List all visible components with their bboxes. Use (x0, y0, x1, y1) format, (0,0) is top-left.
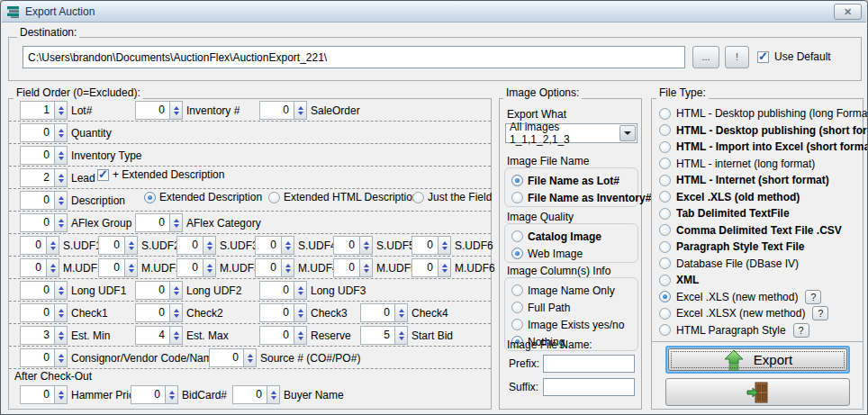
spinner-lot[interactable]: 1 (20, 101, 68, 120)
spinner-buttons[interactable] (54, 385, 68, 404)
spinner-buttons[interactable] (54, 191, 68, 210)
spinner-check1[interactable]: 0 (20, 303, 68, 322)
suffix-input[interactable] (543, 378, 635, 396)
spinner-est-max[interactable]: 4 (135, 326, 183, 345)
file-type-html-paragraph-style[interactable]: HTML Paragraph Style? (659, 322, 859, 339)
spinner-value[interactable]: 0 (411, 236, 438, 255)
spinner-buttons[interactable] (294, 101, 307, 120)
radio-excel-xls-old-method[interactable] (659, 191, 671, 203)
spinner-aflex-category[interactable]: 0 (135, 213, 183, 232)
spinner-buttons[interactable] (46, 258, 59, 277)
radio-comma-delimited-text-file-csv[interactable] (659, 224, 671, 236)
file-type-html-internet-short-format[interactable]: HTML - Internet (short format) (659, 172, 859, 189)
spinner-long-udf2[interactable]: 0 (135, 281, 183, 300)
spinner-buttons[interactable] (54, 213, 68, 232)
spinner-value[interactable]: 0 (98, 258, 124, 277)
radio-html-import-into-excel-short-format[interactable] (659, 141, 671, 153)
spinner-buttons[interactable] (54, 168, 68, 187)
spinner-start-bid[interactable]: 5 (360, 326, 408, 345)
spinner-buttons[interactable] (54, 123, 68, 142)
spinner-buttons[interactable] (438, 236, 451, 255)
spinner-check2[interactable]: 0 (135, 303, 183, 322)
radio-file-name-as-inventory[interactable] (511, 192, 523, 203)
spinner-buttons[interactable] (54, 303, 68, 322)
radio-excel-xls-new-method[interactable] (659, 291, 671, 302)
spinner-inventory[interactable]: 0 (135, 101, 183, 120)
spinner-buttons[interactable] (394, 303, 408, 322)
spinner-value[interactable]: 0 (20, 258, 46, 277)
spinner-value[interactable]: 0 (411, 258, 438, 277)
spinner-s-udf5[interactable]: 0 (333, 236, 373, 255)
spinner-inventory-type[interactable]: 0 (20, 146, 68, 165)
radio-excel-xlsx-new-method[interactable] (659, 308, 671, 320)
checkbox-extended-description[interactable]: ✓ (97, 169, 109, 181)
spinner-value[interactable]: 0 (20, 146, 54, 165)
radio-html-internet-long-format[interactable] (659, 158, 671, 169)
spinner-buttons[interactable] (54, 146, 68, 165)
option-file-name-as-inventory[interactable]: File Name as Inventory# (511, 189, 637, 206)
file-type-database-file-dbase-iv[interactable]: Database File (DBase IV) (659, 256, 859, 273)
option-image-name-only[interactable]: Image Name Only (511, 282, 637, 299)
spinner-value[interactable]: 4 (135, 326, 169, 345)
spinner-value[interactable]: 0 (209, 348, 243, 367)
spinner-quantity[interactable]: 0 (20, 123, 68, 142)
spinner-buttons[interactable] (165, 385, 178, 404)
spinner-buttons[interactable] (438, 258, 451, 277)
spinner-buttons[interactable] (294, 281, 307, 300)
spinner-value[interactable]: 0 (20, 348, 54, 367)
spinner-value[interactable]: 1 (20, 101, 54, 120)
spinner-value[interactable]: 0 (259, 101, 294, 120)
spinner-aflex-group[interactable]: 0 (20, 213, 68, 232)
spinner-buttons[interactable] (359, 236, 373, 255)
spinner-buttons[interactable] (124, 236, 138, 255)
spinner-long-udf3[interactable]: 0 (259, 281, 307, 300)
spinner-value[interactable]: 0 (135, 303, 169, 322)
file-type-excel-xls-old-method[interactable]: Excel .XLS (old method) (659, 189, 859, 206)
spinner-value[interactable]: 3 (20, 326, 54, 345)
help-button-excel-xls-new-method[interactable]: ? (805, 290, 821, 304)
radio-full-path[interactable] (511, 302, 523, 313)
spinner-buttons[interactable] (203, 236, 216, 255)
file-type-html-desktop-publishing-short-format[interactable]: HTML - Desktop publishing (short format) (659, 122, 859, 140)
spinner-s-udf3[interactable]: 0 (176, 236, 216, 255)
spinner-value[interactable]: 0 (20, 385, 54, 404)
radio-web-image[interactable] (511, 248, 523, 259)
spinner-value[interactable]: 0 (333, 236, 359, 255)
spinner-consignor-vendor-code-name[interactable]: 0 (20, 348, 68, 367)
spinner-value[interactable]: 0 (360, 303, 394, 322)
spinner-value[interactable]: 0 (135, 101, 169, 120)
spinner-est-min[interactable]: 3 (20, 326, 68, 345)
spinner-buttons[interactable] (359, 258, 373, 277)
spinner-saleorder[interactable]: 0 (259, 101, 307, 120)
spinner-value[interactable]: 5 (360, 326, 394, 345)
radio-catalog-image[interactable] (511, 230, 523, 242)
spinner-value[interactable]: 0 (20, 303, 54, 322)
help-button-excel-xlsx-new-method[interactable]: ? (812, 306, 828, 320)
spinner-m-udf1[interactable]: 0 (20, 258, 59, 277)
spinner-buttons[interactable] (294, 303, 307, 322)
spinner-buttons[interactable] (169, 281, 183, 300)
spinner-source-co-po[interactable]: 0 (209, 348, 257, 367)
spinner-buttons[interactable] (169, 303, 183, 322)
radio-just-the-field[interactable] (412, 192, 424, 203)
file-type-tab-delimited-textfile[interactable]: Tab Delimited TextFile (659, 205, 859, 222)
destination-path-input[interactable] (23, 46, 685, 68)
spinner-s-udf4[interactable]: 0 (255, 236, 294, 255)
option-catalog-image[interactable]: Catalog Image (511, 228, 637, 245)
spinner-value[interactable]: 0 (20, 281, 54, 300)
spinner-buttons[interactable] (294, 326, 307, 345)
spinner-buttons[interactable] (267, 385, 280, 404)
option-full-path[interactable]: Full Path (511, 299, 637, 316)
option-web-image[interactable]: Web Image (511, 245, 637, 262)
spinner-buttons[interactable] (281, 258, 294, 277)
browse-button[interactable]: ... (692, 46, 719, 68)
spinner-lead[interactable]: 2 (20, 168, 68, 187)
option-image-exists-yes-no[interactable]: Image Exists yes/no (511, 316, 637, 333)
spinner-value[interactable]: 2 (20, 168, 54, 187)
spinner-reserve[interactable]: 0 (259, 326, 307, 345)
spinner-value[interactable]: 0 (135, 281, 169, 300)
file-type-excel-xlsx-new-method[interactable]: Excel .XLSX (new method)? (659, 305, 859, 322)
file-type-comma-delimited-text-file-csv[interactable]: Comma Delimited Text File .CSV (659, 222, 859, 239)
file-type-html-import-into-excel-short-format[interactable]: HTML - Import into Excel (short format) (659, 139, 859, 156)
radio-database-file-dbase-iv[interactable] (659, 257, 671, 269)
